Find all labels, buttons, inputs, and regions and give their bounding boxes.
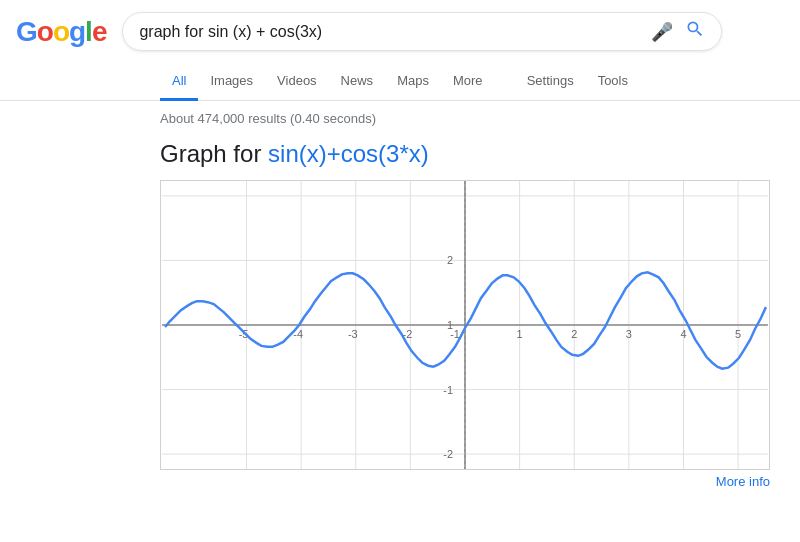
search-icon[interactable] [685,19,705,44]
google-logo[interactable]: Google [16,16,106,48]
logo-g1: G [16,16,37,47]
tab-news[interactable]: News [329,63,386,101]
microphone-icon[interactable]: 🎤 [651,21,673,43]
svg-text:-1: -1 [443,384,453,396]
logo-g2: g [69,16,85,47]
svg-text:2: 2 [447,254,453,266]
logo-o2: o [53,16,69,47]
tab-settings[interactable]: Settings [515,63,586,101]
search-input[interactable] [139,23,651,41]
graph-title-formula: sin(x)+cos(3*x) [268,140,429,167]
search-bar: 🎤 [122,12,722,51]
results-count: About 474,000 results (0.40 seconds) [0,101,800,132]
tab-more[interactable]: More [441,63,495,101]
svg-text:-3: -3 [348,328,358,340]
tab-tools[interactable]: Tools [586,63,640,101]
svg-text:-2: -2 [443,448,453,460]
graph-container[interactable]: x: 6.7456707 y: 0.62848853 + ▲ ◀ ✛ ▶ ▼ − [160,180,770,470]
svg-text:2: 2 [571,328,577,340]
svg-text:1: 1 [447,319,453,331]
svg-text:1: 1 [517,328,523,340]
search-icons: 🎤 [651,19,705,44]
nav-tabs: All Images Videos News Maps More Setting… [0,63,800,101]
logo-l: l [85,16,92,47]
graph-title-static: Graph for [160,140,268,167]
more-info-link[interactable]: More info [160,474,772,489]
main-content: Graph for sin(x)+cos(3*x) x: 6.7456707 y… [0,140,800,489]
svg-text:3: 3 [626,328,632,340]
tab-videos[interactable]: Videos [265,63,329,101]
svg-text:4: 4 [680,328,686,340]
logo-e: e [92,16,107,47]
graph-svg: -5 -4 -3 -2 -1 1 2 3 4 5 2 1 -1 -2 [161,181,769,469]
graph-title: Graph for sin(x)+cos(3*x) [160,140,640,168]
tab-images[interactable]: Images [198,63,265,101]
nav-right: Settings Tools [515,63,640,100]
logo-o1: o [37,16,53,47]
header: Google 🎤 [0,0,800,63]
svg-text:5: 5 [735,328,741,340]
tab-all[interactable]: All [160,63,198,101]
tab-maps[interactable]: Maps [385,63,441,101]
